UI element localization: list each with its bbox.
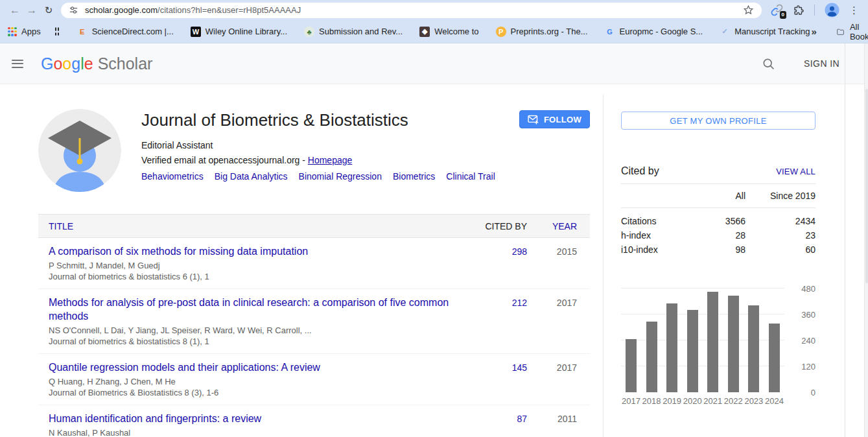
scholar-header: Google Scholar SIGN IN [0,43,868,84]
bookmark-label: Welcome to [434,27,478,36]
bookmark-label: Submission and Rev... [319,27,403,36]
metric-value-all: 3566 [700,216,745,226]
article-row: Human identification and fingerprints: a… [38,405,590,437]
profile-column: Journal of Biometrics & Biostatistics FO… [38,109,590,437]
bookmark-list: E ScienceDirect.com |... W Wiley Online … [77,27,810,37]
bookmark-star-icon[interactable] [743,5,754,16]
chart-year-label: 2024 [764,396,784,406]
profile-label-link[interactable]: Binomial Regression [299,171,382,182]
profile-label-link[interactable]: Behaviometrics [141,171,204,182]
cited-by-count-link[interactable]: 212 [512,298,527,308]
profile-label-link[interactable]: Biometrics [393,171,435,182]
chart-bar[interactable] [744,284,764,392]
folder-icon [836,27,845,37]
chart-ytick-label: 120 [801,361,815,371]
bookmark-label: Preprints.org - The... [511,27,588,36]
submission-favicon: ♣ [304,27,314,37]
browser-menu-icon[interactable]: ⋮ [849,5,859,16]
chart-bar[interactable] [662,284,682,392]
get-my-own-profile-button[interactable]: GET MY OWN PROFILE [621,112,815,130]
cited-by-count-link[interactable]: 298 [512,246,527,257]
bookmark-label: Europmc - Google S... [620,27,703,36]
bookmark-item[interactable]: ◆ Welcome to [419,27,478,37]
article-title-link[interactable]: Quantile regression models and their app… [49,360,453,374]
metric-row: i10-index 98 60 [621,242,815,257]
chart-years: 20172018201920202021202220232024 [621,396,784,406]
metric-row: Citations 3566 2434 [621,214,815,228]
all-bookmarks-button[interactable]: All Bookmarks [836,22,868,41]
profile-label-link[interactable]: Big Data Analytics [215,171,288,182]
apps-shortcut[interactable]: Apps [8,27,41,36]
scholar-logo[interactable]: Google Scholar [41,54,152,73]
chart-year-label: 2023 [744,396,764,406]
sort-by-year-header[interactable]: YEAR [527,221,577,231]
article-title-link[interactable]: Human identification and fingerprints: a… [49,412,453,425]
back-button[interactable]: ← [6,5,23,16]
chart-ytick-label: 480 [801,283,815,293]
toolbar-divider [814,5,815,16]
bookmark-item[interactable]: P Preprints.org - The... [496,27,588,37]
metrics-col-since: Since 2019 [745,191,815,201]
page-edge-line [845,43,845,437]
grid-icon[interactable] [55,27,59,36]
article-authors: P Schmitt, J Mandel, M Guedj [49,260,453,271]
address-bar[interactable]: scholar.google.com/citations?hl=en&user=… [61,3,762,18]
chart-bar[interactable] [723,284,744,392]
bookmark-item[interactable]: E ScienceDirect.com |... [77,27,174,37]
chart-bar[interactable] [642,284,662,392]
view-all-link[interactable]: VIEW ALL [776,167,815,176]
sort-by-title-header[interactable]: TITLE [49,221,469,231]
cited-by-count-link[interactable]: 87 [517,414,527,424]
profile-label-link[interactable]: Clinical Trail [446,171,495,182]
bookmark-label: Wiley Online Library... [205,27,287,36]
follow-label: FOLLOW [544,115,581,124]
chart-year-label: 2019 [662,396,682,406]
reload-button[interactable]: ↻ [40,5,57,16]
metrics-column-headers: All Since 2019 [621,184,815,208]
bookmark-item[interactable]: ✓ Manuscript Tracking [720,27,810,37]
metric-name: h-index [621,230,700,241]
bookmark-item[interactable]: G Europmc - Google S... [605,27,703,37]
cited-by-title: Cited by [621,165,659,177]
content-divider [603,95,604,437]
google-wordmark: Google [41,54,93,73]
site-info-icon[interactable] [69,5,78,15]
chart-plot [621,284,784,392]
article-title-link[interactable]: A comparison of six methods for missing … [49,244,453,258]
article-row: Methods for analysis of pre-post data in… [38,289,590,354]
chart-year-label: 2020 [683,396,703,406]
chart-bar[interactable] [621,284,641,392]
search-icon[interactable] [762,57,775,71]
cited-by-count-link[interactable]: 145 [512,362,527,373]
extensions-puzzle-icon[interactable] [793,5,804,16]
chart-bar[interactable] [703,284,723,392]
browser-profile-avatar[interactable] [825,3,839,18]
link-extension-icon[interactable]: 0 [771,4,783,16]
chart-bar[interactable] [683,284,703,392]
profile-avatar[interactable] [38,109,121,192]
bookmark-item[interactable]: ♣ Submission and Rev... [304,27,403,37]
article-authors: NS O'Connell, L Dai, Y Jiang, JL Speiser… [49,325,453,336]
bookmark-label: ScienceDirect.com |... [92,27,174,36]
forward-button[interactable]: → [23,5,40,16]
scrollbar-thumb[interactable] [865,89,868,283]
scrollbar[interactable] [864,43,868,437]
profile-labels: BehaviometricsBig Data AnalyticsBinomial… [141,171,590,182]
browser-toolbar: ← → ↻ scholar.google.com/citations?hl=en… [0,0,868,20]
article-title-link[interactable]: Methods for analysis of pre-post data in… [49,296,453,323]
homepage-link[interactable]: Homepage [308,155,353,165]
article-year: 2011 [527,412,577,437]
article-venue: Journal of biometrics & biostatistics 6 … [49,271,453,282]
chart-bar[interactable] [764,284,784,392]
follow-button[interactable]: FOLLOW [519,110,590,128]
chart-year-label: 2021 [703,396,723,406]
cited-by-header: CITED BY [469,221,527,231]
sign-in-button[interactable]: SIGN IN [804,58,839,69]
bookmark-item[interactable]: W Wiley Online Library... [191,27,287,37]
menu-icon[interactable] [12,60,23,68]
chart-yaxis: 0120240360480 [786,284,815,392]
article-authors: N Kaushal, P Kaushal [49,427,453,437]
url-text[interactable]: scholar.google.com/citations?hl=en&user=… [85,5,743,15]
profile-verified: Verified email at openaccessjournal.org … [141,155,590,165]
bookmarks-overflow-icon[interactable]: » [811,26,816,37]
